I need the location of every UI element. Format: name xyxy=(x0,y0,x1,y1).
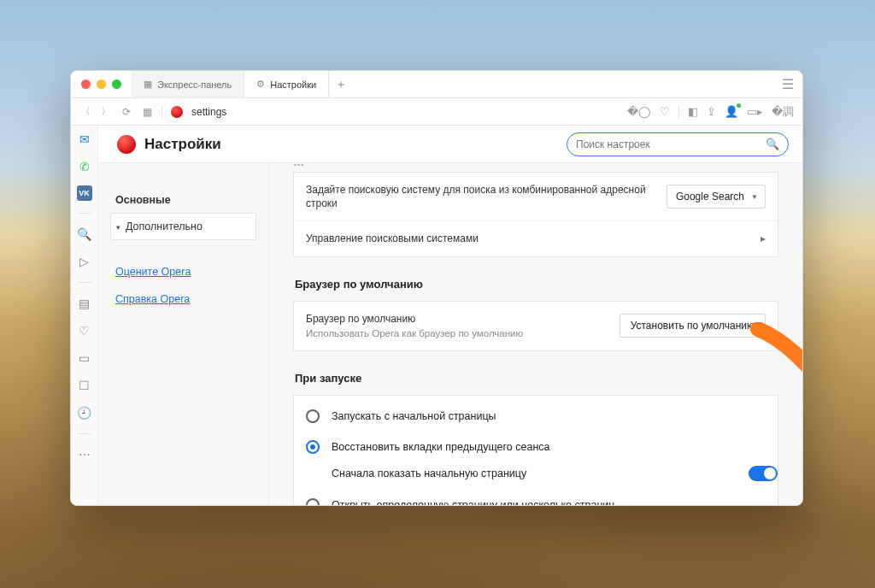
more-icon[interactable]: ⋯ xyxy=(76,446,93,463)
nav-help-opera[interactable]: Справка Opera xyxy=(110,288,256,310)
option-label: Восстановить вкладки предыдущего сеанса xyxy=(332,441,550,453)
startup-show-homepage-first: Сначала показать начальную страницу xyxy=(294,462,778,490)
heart-icon[interactable]: ♡ xyxy=(76,322,93,339)
window-body: ✉ ✆ VK 🔍 ▷ ▤ ♡ ▭ ☐ 🕘 ⋯ Настройки 🔍 xyxy=(71,126,802,505)
settings-panel: … Задайте поисковую систему для поиска и… xyxy=(269,163,802,505)
chat-icon[interactable]: ☐ xyxy=(76,377,93,394)
select-value: Google Search xyxy=(676,191,744,203)
section-default-browser: Браузер по умолчанию xyxy=(295,278,778,291)
news-icon[interactable]: ▤ xyxy=(76,295,93,312)
tab-label: Экспресс-панель xyxy=(157,79,232,90)
battery-icon[interactable]: ▭▸ xyxy=(747,105,763,118)
settings-header: Настройки 🔍 xyxy=(98,126,802,163)
search-icon[interactable]: 🔍 xyxy=(76,226,93,243)
whatsapp-icon[interactable]: ✆ xyxy=(76,158,93,175)
zoom-window-button[interactable] xyxy=(112,79,121,89)
manage-search-label: Управление поисковыми системами xyxy=(306,232,760,245)
easy-setup-icon[interactable]: ☰ xyxy=(773,76,802,92)
minimize-window-button[interactable] xyxy=(97,79,106,89)
nav-advanced[interactable]: Дополнительно xyxy=(110,213,256,240)
settings-body: Основные Дополнительно Оцените Opera Спр… xyxy=(98,163,802,505)
divider xyxy=(78,433,91,434)
settings-nav: Основные Дополнительно Оцените Opera Спр… xyxy=(98,163,269,505)
default-browser-card: Браузер по умолчанию Использовать Opera … xyxy=(293,301,778,352)
tab-settings[interactable]: ⚙ Настройки xyxy=(244,71,329,97)
address-bar: 〈 〉 ⟳ ▦ settings �◯ ♡ ◧ ⇪ 👤 ▭▸ �調 xyxy=(71,98,802,126)
speed-dial-icon[interactable]: ▦ xyxy=(141,106,153,118)
tab-strip: ▦ Экспресс-панель ⚙ Настройки ＋ xyxy=(132,71,773,97)
radio-icon[interactable] xyxy=(306,498,320,505)
startup-card: Запускать с начальной страницы Восстанов… xyxy=(293,395,778,505)
new-tab-button[interactable]: ＋ xyxy=(329,71,353,97)
heart-icon[interactable]: ♡ xyxy=(660,105,670,118)
send-icon[interactable]: ▷ xyxy=(76,253,93,270)
search-engine-card: Задайте поисковую систему для поиска из … xyxy=(293,172,778,257)
startup-option-homepage[interactable]: Запускать с начальной страницы xyxy=(294,401,778,432)
gear-icon: ⚙ xyxy=(256,79,265,90)
share-icon[interactable]: ⇪ xyxy=(707,105,716,118)
profile-icon[interactable]: 👤 xyxy=(725,105,738,118)
startup-option-specific-pages[interactable]: Открыть определенную страницу или нескол… xyxy=(294,490,778,505)
reload-button[interactable]: ⟳ xyxy=(120,106,132,118)
search-engine-select[interactable]: Google Search xyxy=(667,185,766,209)
window-titlebar: ▦ Экспресс-панель ⚙ Настройки ＋ ☰ xyxy=(71,71,802,98)
nav-rate-opera[interactable]: Оцените Opera xyxy=(110,261,256,283)
grid-icon: ▦ xyxy=(144,79,152,90)
opera-logo-icon xyxy=(117,135,136,154)
default-browser-sub: Использовать Opera как браузер по умолча… xyxy=(306,327,620,341)
search-icon: 🔍 xyxy=(766,138,779,150)
settings-content: Настройки 🔍 Основные Дополнительно Оцени… xyxy=(98,126,802,505)
default-browser-row: Браузер по умолчанию Использовать Opera … xyxy=(294,302,778,351)
clipped-section-heading: … xyxy=(293,163,778,171)
divider xyxy=(78,282,91,283)
section-on-startup: При запуске xyxy=(295,372,778,385)
search-engine-desc: Задайте поисковую систему для поиска из … xyxy=(306,183,667,210)
toolbar-right: �◯ ♡ ◧ ⇪ 👤 ▭▸ �調 xyxy=(627,104,794,120)
history-icon[interactable]: 🕘 xyxy=(76,404,93,421)
close-window-button[interactable] xyxy=(81,79,91,89)
tab-speed-dial[interactable]: ▦ Экспресс-панель xyxy=(132,71,244,97)
tab-label: Настройки xyxy=(270,79,316,90)
sidebar-toggle-icon[interactable]: ◧ xyxy=(688,105,698,118)
search-engine-row: Задайте поисковую систему для поиска из … xyxy=(294,173,778,220)
forward-button[interactable]: 〉 xyxy=(100,104,112,119)
window-controls xyxy=(71,79,132,89)
separator xyxy=(678,105,679,119)
toggle-show-homepage[interactable] xyxy=(749,466,778,481)
chevron-right-icon: ▸ xyxy=(760,232,766,244)
sub-option-label: Сначала показать начальную страницу xyxy=(332,467,526,479)
back-button[interactable]: 〈 xyxy=(79,104,91,119)
option-label: Открыть определенную страницу или нескол… xyxy=(332,499,614,505)
bookmark-icon[interactable]: ▭ xyxy=(76,350,93,367)
radio-icon[interactable] xyxy=(306,440,320,454)
vk-icon[interactable]: VK xyxy=(77,185,92,201)
startup-option-restore-tabs[interactable]: Восстановить вкладки предыдущего сеанса xyxy=(294,432,778,462)
url-text[interactable]: settings xyxy=(191,106,619,118)
messenger-icon[interactable]: ✉ xyxy=(76,131,93,148)
default-browser-title: Браузер по умолчанию xyxy=(306,312,620,326)
set-default-button[interactable]: Установить по умолчанию xyxy=(620,314,766,338)
radio-icon[interactable] xyxy=(306,409,320,423)
browser-window: ▦ Экспресс-панель ⚙ Настройки ＋ ☰ 〈 〉 ⟳ … xyxy=(70,70,803,506)
search-input[interactable] xyxy=(576,138,759,150)
divider xyxy=(78,213,91,214)
easy-setup-icon[interactable]: �調 xyxy=(772,104,794,120)
sidebar-rail: ✉ ✆ VK 🔍 ▷ ▤ ♡ ▭ ☐ 🕘 ⋯ xyxy=(71,126,98,505)
manage-search-engines-row[interactable]: Управление поисковыми системами ▸ xyxy=(294,220,778,256)
opera-badge-icon xyxy=(171,106,183,118)
nav-advanced-label: Дополнительно xyxy=(126,220,203,232)
settings-search[interactable]: 🔍 xyxy=(567,132,789,156)
page-title: Настройки xyxy=(144,136,221,153)
option-label: Запускать с начальной страницы xyxy=(332,410,496,422)
snapshot-icon[interactable]: �◯ xyxy=(627,105,651,118)
separator xyxy=(161,105,162,119)
nav-basic[interactable]: Основные xyxy=(110,187,256,213)
